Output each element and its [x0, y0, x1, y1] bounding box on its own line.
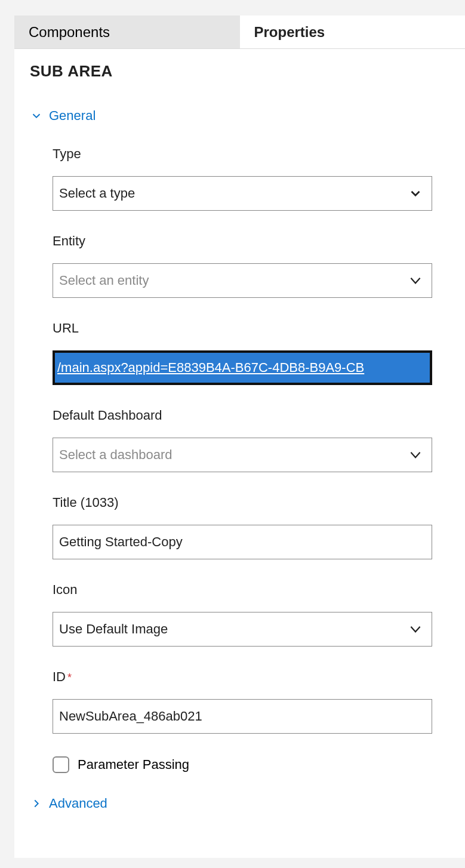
chevron-down-icon	[408, 621, 423, 637]
accordion-general-label: General	[49, 108, 96, 124]
icon-value: Use Default Image	[59, 621, 168, 637]
url-value: /main.aspx?appid=E8839B4A-B67C-4DB8-B9A9…	[57, 360, 364, 375]
parameter-passing-label: Parameter Passing	[78, 757, 189, 772]
title-label: Title (1033)	[53, 495, 449, 510]
entity-label: Entity	[53, 233, 449, 249]
default-dashboard-placeholder: Select a dashboard	[59, 447, 173, 463]
url-input[interactable]: /main.aspx?appid=E8839B4A-B67C-4DB8-B9A9…	[53, 350, 432, 385]
type-label: Type	[53, 146, 449, 162]
chevron-down-icon	[30, 109, 43, 122]
chevron-down-icon	[408, 447, 423, 463]
icon-select[interactable]: Use Default Image	[53, 612, 432, 647]
properties-panel: Components Properties SUB AREA General T…	[14, 16, 465, 858]
parameter-passing-checkbox[interactable]	[53, 756, 69, 773]
default-dashboard-select[interactable]: Select a dashboard	[53, 438, 432, 472]
accordion-general[interactable]: General	[30, 108, 449, 124]
accordion-advanced[interactable]: Advanced	[30, 796, 449, 811]
id-value: NewSubArea_486ab021	[59, 709, 202, 724]
icon-label: Icon	[53, 582, 449, 598]
url-label: URL	[53, 321, 449, 336]
section-title: SUB AREA	[30, 62, 449, 81]
entity-placeholder: Select an entity	[59, 273, 149, 288]
accordion-advanced-label: Advanced	[49, 796, 107, 811]
chevron-right-icon	[30, 797, 43, 810]
required-indicator: *	[67, 672, 72, 684]
title-input[interactable]: Getting Started-Copy	[53, 525, 432, 559]
type-value: Select a type	[59, 186, 135, 201]
id-label: ID*	[53, 669, 449, 685]
chevron-down-icon	[408, 186, 423, 201]
general-body: Type Select a type Entity Select an enti…	[30, 146, 449, 773]
title-value: Getting Started-Copy	[59, 534, 183, 550]
entity-select[interactable]: Select an entity	[53, 263, 432, 298]
type-select[interactable]: Select a type	[53, 176, 432, 211]
tab-components[interactable]: Components	[14, 16, 240, 48]
tab-properties[interactable]: Properties	[240, 16, 466, 48]
default-dashboard-label: Default Dashboard	[53, 408, 449, 423]
tabs: Components Properties	[14, 16, 465, 49]
chevron-down-icon	[408, 273, 423, 288]
id-input[interactable]: NewSubArea_486ab021	[53, 699, 432, 734]
